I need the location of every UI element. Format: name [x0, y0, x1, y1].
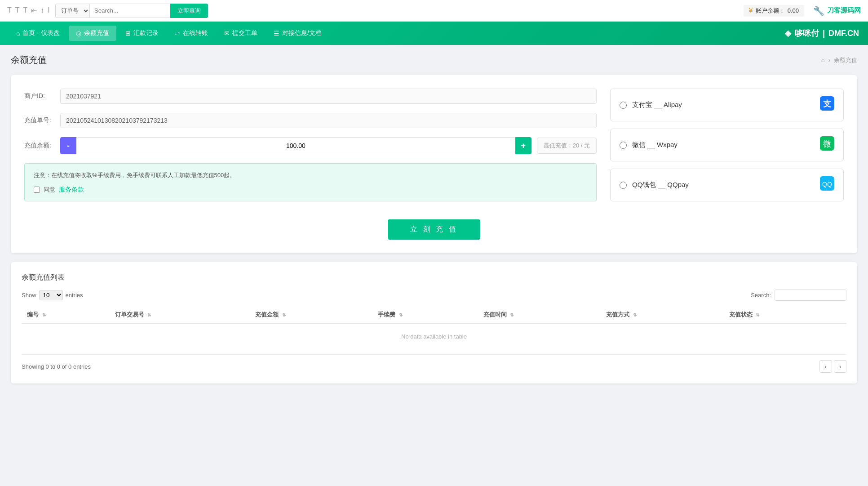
- agree-checkbox[interactable]: [34, 187, 40, 193]
- search-button[interactable]: 立即查询: [170, 4, 208, 18]
- sort-icon-amount[interactable]: ⇅: [282, 312, 286, 317]
- nav-items: ⌂ 首页 - 仪表盘 ◎ 余额充值 ⊞ 汇款记录 ⇌ 在线转账 ✉ 提交工单 ☰…: [9, 26, 329, 41]
- breadcrumb-separator: ›: [828, 57, 830, 63]
- breadcrumb: ⌂ › 余额充值: [821, 56, 857, 64]
- outdent-icon[interactable]: ↕: [40, 6, 44, 15]
- amount-controls: - + 最低充值：20 / 元: [60, 137, 597, 154]
- content: 余额充值 ⌂ › 余额充值 商户ID: 充值单号:: [0, 45, 868, 392]
- agree-label: 同意: [44, 186, 55, 194]
- breadcrumb-home-icon: ⌂: [821, 57, 825, 63]
- nav-logo-divider: |: [823, 29, 825, 38]
- sort-icon-time[interactable]: ⇅: [510, 312, 514, 317]
- nav-item-dashboard[interactable]: ⌂ 首页 - 仪表盘: [9, 26, 67, 41]
- col-method: 充值方式 ⇅: [601, 306, 723, 324]
- payment-qq-left: QQ钱包 __ QQpay: [620, 181, 689, 189]
- sort-icon-method[interactable]: ⇅: [633, 312, 637, 317]
- next-page-button[interactable]: ›: [834, 360, 846, 373]
- recharge-no-row: 充值单号:: [24, 113, 597, 128]
- table-search: Search:: [751, 290, 846, 301]
- toolbar-icons: T T T ⇤ ↕ I: [7, 6, 50, 15]
- table-controls: Show 10 25 50 100 entries Search:: [22, 290, 846, 301]
- form-right: 支付宝 __ Alipay 支 微信 __ Wxpay: [610, 89, 844, 209]
- search-input[interactable]: [89, 4, 170, 18]
- entries-info: Showing 0 to 0 of 0 entries: [22, 363, 91, 370]
- font-icon-1[interactable]: T: [7, 6, 12, 15]
- recharge-no-label: 充值单号:: [24, 116, 60, 125]
- wechat-label: 微信 __ Wxpay: [632, 141, 678, 149]
- font-icon-3[interactable]: T: [23, 6, 28, 15]
- payment-option-alipay[interactable]: 支付宝 __ Alipay 支: [610, 89, 844, 121]
- alipay-label: 支付宝 __ Alipay: [632, 101, 682, 109]
- font-icon-2[interactable]: T: [15, 6, 20, 15]
- nav-bar: ⌂ 首页 - 仪表盘 ◎ 余额充值 ⊞ 汇款记录 ⇌ 在线转账 ✉ 提交工单 ☰…: [0, 22, 868, 45]
- top-bar-left: T T T ⇤ ↕ I 订单号 立即查询: [7, 4, 208, 18]
- nav-item-transfer[interactable]: ⇌ 在线转账: [168, 26, 215, 41]
- sort-icon-status[interactable]: ⇅: [756, 312, 759, 317]
- submit-button[interactable]: 立 刻 充 值: [388, 219, 480, 240]
- search-label: Search:: [751, 292, 771, 299]
- min-charge-label: 最低充值：20 / 元: [537, 138, 597, 154]
- col-order-id: 订单交易号 ⇅: [110, 306, 250, 324]
- no-data-row: No data available in table: [22, 324, 846, 349]
- nav-logo: ◈ 哆咪付 | DMF.CN: [785, 28, 859, 39]
- col-no: 编号 ⇅: [22, 306, 110, 324]
- entries-label: entries: [66, 292, 83, 299]
- nav-label-dashboard: 首页 - 仪表盘: [22, 29, 59, 37]
- top-bar-right: ¥ 账户余额： 0.00 🔧 刀客源码网: [744, 5, 861, 17]
- nav-item-recharge[interactable]: ◎ 余额充值: [69, 26, 116, 41]
- notice-text: 注意：在线充值将收取%手续费用，免手续费可联系人工加款最低充值500起。: [34, 171, 587, 180]
- indent-icon[interactable]: ⇤: [31, 6, 37, 15]
- prev-page-button[interactable]: ‹: [819, 360, 832, 373]
- sort-icon-order[interactable]: ⇅: [147, 312, 151, 317]
- submit-row: 立 刻 充 值: [24, 219, 844, 240]
- recharge-table: 编号 ⇅ 订单交易号 ⇅ 充值金额 ⇅ 手续费 ⇅: [22, 306, 846, 349]
- amount-input[interactable]: [76, 137, 515, 154]
- nav-logo-domain: DMF.CN: [828, 29, 859, 38]
- nav-item-submit[interactable]: ✉ 提交工单: [217, 26, 265, 41]
- balance-label: 账户余额：: [756, 7, 785, 15]
- amount-label: 充值余额:: [24, 142, 60, 150]
- col-amount: 充值金额 ⇅: [250, 306, 372, 324]
- nav-label-records: 汇款记录: [133, 29, 159, 37]
- sort-icon-fee[interactable]: ⇅: [399, 312, 403, 317]
- amount-plus-button[interactable]: +: [515, 137, 531, 154]
- svg-text:QQ: QQ: [822, 181, 832, 188]
- sort-icon-no[interactable]: ⇅: [42, 312, 46, 317]
- payment-option-qq[interactable]: QQ钱包 __ QQpay QQ: [610, 169, 844, 201]
- nav-label-transfer: 在线转账: [183, 29, 208, 37]
- amount-minus-button[interactable]: -: [60, 137, 76, 154]
- col-status: 充值状态 ⇅: [724, 306, 846, 324]
- pagination: ‹ ›: [819, 360, 846, 373]
- show-entries: Show 10 25 50 100 entries: [22, 290, 83, 300]
- alipay-radio[interactable]: [620, 102, 627, 109]
- nav-label-docs: 对接信息/文档: [282, 29, 322, 37]
- transfer-icon: ⇌: [175, 30, 180, 37]
- search-type-select[interactable]: 订单号: [55, 4, 89, 18]
- cursor-icon[interactable]: I: [48, 6, 49, 15]
- table-search-input[interactable]: [775, 290, 846, 301]
- nav-logo-icon: ◈: [785, 28, 791, 38]
- table-card: 余额充值列表 Show 10 25 50 100 entries Search:: [11, 262, 857, 383]
- show-label: Show: [22, 292, 36, 299]
- alipay-icon: 支: [820, 96, 834, 114]
- agree-row: 同意 服务条款: [34, 186, 587, 194]
- table-header-row: 编号 ⇅ 订单交易号 ⇅ 充值金额 ⇅ 手续费 ⇅: [22, 306, 846, 324]
- col-time: 充值时间 ⇅: [478, 306, 601, 324]
- currency-icon: ¥: [749, 7, 753, 15]
- svg-text:微: 微: [823, 139, 831, 148]
- qq-icon: QQ: [820, 176, 834, 194]
- entries-select[interactable]: 10 25 50 100: [39, 290, 63, 300]
- wechat-radio[interactable]: [620, 142, 627, 149]
- search-bar: 订单号 立即查询: [55, 4, 208, 18]
- merchant-id-label: 商户ID:: [24, 92, 60, 100]
- notice-box: 注意：在线充值将收取%手续费用，免手续费可联系人工加款最低充值500起。 同意 …: [24, 163, 597, 201]
- terms-link[interactable]: 服务条款: [59, 186, 84, 194]
- nav-item-docs[interactable]: ☰ 对接信息/文档: [266, 26, 329, 41]
- nav-item-records[interactable]: ⊞ 汇款记录: [118, 26, 166, 41]
- balance-amount: 0.00: [788, 7, 799, 14]
- payment-option-wechat[interactable]: 微信 __ Wxpay 微: [610, 129, 844, 161]
- merchant-id-input[interactable]: [60, 89, 597, 104]
- qq-radio[interactable]: [620, 182, 627, 189]
- recharge-no-input[interactable]: [60, 113, 597, 128]
- page-header: 余额充值 ⌂ › 余额充值: [11, 54, 857, 66]
